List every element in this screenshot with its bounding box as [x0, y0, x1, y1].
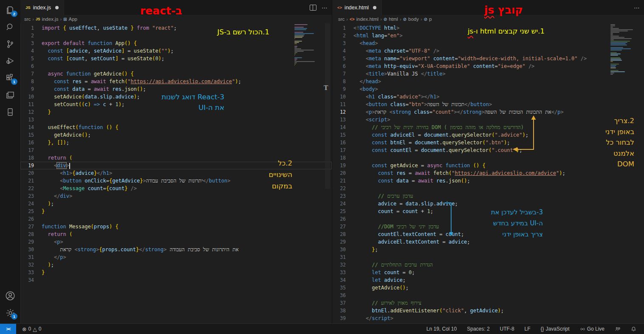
activity-bar: 2 1 1 — [0, 0, 21, 324]
line-number: 1 — [332, 24, 353, 32]
line-number: 16 — [20, 139, 42, 146]
breadcrumb-item[interactable]: src — [24, 17, 31, 22]
split-editor-icon[interactable] — [310, 5, 316, 11]
minimap-line — [610, 33, 613, 34]
broadcast-icon — [580, 326, 585, 332]
minimap-line — [294, 29, 306, 30]
chevron-right-icon: › — [421, 17, 422, 22]
minimap-line — [294, 28, 307, 29]
line-number: 22 — [20, 185, 42, 192]
minimap-line — [294, 32, 303, 33]
remote-explorer-icon[interactable] — [0, 104, 20, 121]
explorer-icon[interactable]: 2 — [0, 2, 20, 19]
code-line: 15 getAdvice(); — [20, 131, 332, 139]
line-number: 27 — [20, 223, 42, 230]
code-line: 6 — [20, 62, 332, 70]
minimap-line — [610, 52, 617, 53]
cursor-position[interactable]: Ln 19, Col 10 — [425, 326, 458, 332]
code-line: 15 const adviceEl = document.querySelect… — [332, 131, 644, 139]
breadcrumb-item[interactable]: App — [68, 17, 77, 22]
code-line: 19 const getAdvice = async function () { — [332, 162, 644, 169]
line-number: 31 — [20, 253, 42, 261]
scrollbar-left[interactable] — [325, 23, 330, 189]
source-control-icon[interactable] — [0, 36, 20, 53]
line-number: 39 — [332, 314, 353, 322]
line-number: 2 — [20, 32, 42, 39]
indentation[interactable]: Spaces: 2 — [465, 326, 491, 332]
more-actions-icon[interactable]: ⋯ — [322, 4, 328, 11]
minimap-line — [610, 27, 613, 28]
line-number: 13 — [20, 116, 42, 123]
search-icon[interactable] — [0, 19, 20, 36]
code-line: 25 count = count + 1; — [332, 208, 644, 215]
code-line: 11 <button class="btn">תכונות של השפה</b… — [332, 101, 644, 108]
bell-icon[interactable] — [629, 326, 638, 332]
code-line: 26 — [20, 215, 332, 223]
run-debug-icon[interactable] — [0, 53, 20, 70]
minimap-line — [610, 43, 626, 44]
minimap-line — [610, 70, 619, 71]
minimap-line — [610, 60, 622, 61]
code-line: 7 async function getAdvice() { — [20, 70, 332, 78]
go-live-button[interactable]: Go Live — [578, 326, 606, 332]
breadcrumb-item[interactable]: p — [429, 17, 432, 22]
tab-index-html[interactable]: <> index.html — [332, 0, 382, 15]
minimap-line — [294, 33, 314, 34]
breadcrumb-item[interactable]: src — [338, 17, 345, 22]
code-editor-left[interactable]: 1import { useEffect, useState } from "re… — [20, 23, 332, 324]
minimap-line — [294, 43, 297, 44]
code-line: 24 advice = data.slip.advice; — [332, 200, 644, 208]
warning-count: 0 — [39, 326, 42, 332]
line-number: 15 — [20, 131, 42, 139]
editor-actions-left: ⋯ — [310, 0, 328, 15]
code-line: 34 let advice; — [332, 276, 644, 284]
line-number: 11 — [20, 101, 42, 108]
minimap-line — [294, 48, 301, 49]
code-line: 9 <body> — [332, 85, 644, 93]
line-number: 1 — [20, 24, 42, 32]
live-preview-icon[interactable] — [0, 87, 20, 104]
code-line: 7 <title>Vanilla JS </title> — [332, 70, 644, 78]
line-number: 30 — [332, 246, 353, 253]
line-number: 24 — [332, 200, 353, 208]
breadcrumb-item[interactable]: body — [408, 17, 419, 22]
code-line: 10 <h1 class="advice"></h1> — [332, 93, 644, 101]
line-number: 10 — [20, 93, 42, 101]
chevron-right-icon: › — [400, 17, 401, 22]
minimap-line — [610, 74, 613, 75]
code-line: 20 const res = await fetch("https://api.… — [332, 169, 644, 177]
line-number: 5 — [332, 55, 353, 62]
extensions-icon[interactable]: 1 — [0, 70, 20, 87]
settings-gear-icon[interactable]: 1 — [0, 304, 20, 321]
minimap-left[interactable] — [294, 24, 320, 67]
feedback-icon[interactable] — [613, 326, 622, 332]
chevron-right-icon: › — [32, 17, 34, 22]
line-number: 17 — [332, 146, 353, 154]
code-line: 1import { useEffect, useState } from "re… — [20, 24, 332, 32]
errors-warnings[interactable]: ⊗ 0 △ 0 — [20, 326, 43, 332]
minimap-line — [294, 38, 295, 39]
line-number: 34 — [20, 276, 42, 284]
remote-indicator[interactable]: >< — [0, 324, 16, 334]
minimap-line — [294, 52, 297, 53]
language-mode[interactable]: {} JavaScript — [539, 326, 571, 332]
account-icon[interactable] — [0, 287, 20, 304]
modified-dot-icon[interactable] — [55, 6, 59, 9]
minimap-right[interactable] — [610, 24, 636, 75]
minimap-line — [610, 28, 619, 29]
breadcrumb-item[interactable]: html — [389, 17, 398, 22]
code-line: 10 setAdvice(data.slip.advice); — [20, 93, 332, 101]
breadcrumb-item[interactable]: index.js — [42, 17, 58, 22]
code-editor-right[interactable]: 1<!DOCTYPE html>2<html lang="en">3 <head… — [332, 23, 644, 324]
eol-sequence[interactable]: LF — [523, 326, 532, 332]
more-actions-icon[interactable]: ⋯ — [634, 4, 640, 11]
line-number: 35 — [332, 284, 353, 292]
line-number: 31 — [332, 253, 353, 261]
tab-index-js[interactable]: JS index.js — [20, 0, 64, 15]
minimap-line — [294, 42, 299, 43]
breadcrumb-item[interactable]: index.html — [356, 17, 378, 22]
minimap-line — [610, 34, 613, 35]
modified-dot-icon[interactable] — [373, 6, 376, 9]
encoding[interactable]: UTF-8 — [498, 326, 516, 332]
line-number: 32 — [20, 261, 42, 269]
